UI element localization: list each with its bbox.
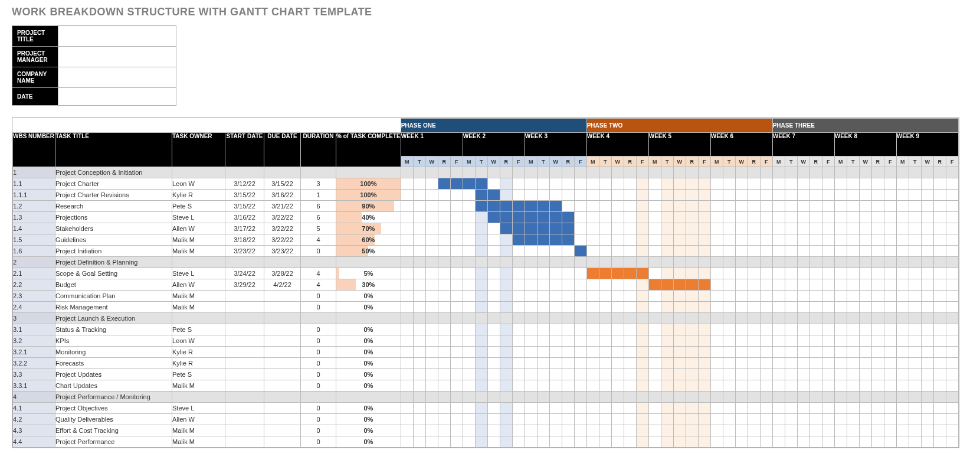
gantt-cell[interactable] [809,178,822,190]
gantt-cell[interactable] [425,358,438,369]
gantt-cell[interactable] [797,380,809,392]
gantt-cell[interactable] [785,167,797,178]
gantt-cell[interactable] [487,313,500,324]
gantt-cell[interactable] [797,425,809,436]
cell-owner[interactable]: Allen W [172,279,225,291]
gantt-cell[interactable] [896,291,909,302]
gantt-cell[interactable] [413,380,425,392]
gantt-cell[interactable] [500,257,512,268]
gantt-cell[interactable] [500,313,512,324]
gantt-cell[interactable] [686,324,698,335]
gantt-cell[interactable] [537,335,549,347]
gantt-cell[interactable] [525,257,537,268]
gantt-cell[interactable] [586,425,599,436]
gantt-cell[interactable] [735,223,748,234]
gantt-cell[interactable] [909,268,921,279]
gantt-cell[interactable] [748,324,760,335]
gantt-cell[interactable] [748,167,760,178]
gantt-cell[interactable] [611,313,624,324]
cell-wbs[interactable]: 4 [13,392,55,403]
gantt-cell[interactable] [698,369,710,380]
gantt-cell[interactable] [648,335,661,347]
gantt-cell[interactable] [847,201,859,212]
gantt-cell[interactable] [487,201,500,212]
gantt-cell[interactable] [834,302,847,313]
gantt-cell[interactable] [933,380,946,392]
cell-wbs[interactable]: 4.1 [13,403,55,414]
gantt-cell[interactable] [624,190,636,201]
cell-pct[interactable] [336,167,401,178]
gantt-cell[interactable] [698,335,710,347]
gantt-cell[interactable] [946,347,958,358]
gantt-cell[interactable] [822,279,834,291]
gantt-cell[interactable] [884,190,896,201]
gantt-cell[interactable] [896,313,909,324]
gantt-cell[interactable] [425,178,438,190]
gantt-cell[interactable] [909,279,921,291]
cell-duration[interactable]: 0 [301,369,336,380]
gantt-cell[interactable] [648,347,661,358]
gantt-cell[interactable] [748,392,760,403]
gantt-cell[interactable] [748,335,760,347]
gantt-cell[interactable] [500,324,512,335]
cell-owner[interactable]: Steve L [172,268,225,279]
gantt-cell[interactable] [463,190,475,201]
gantt-cell[interactable] [450,347,463,358]
gantt-cell[interactable] [413,234,425,246]
gantt-cell[interactable] [698,257,710,268]
gantt-cell[interactable] [661,436,673,448]
gantt-cell[interactable] [946,212,958,223]
gantt-cell[interactable] [809,167,822,178]
gantt-cell[interactable] [525,167,537,178]
gantt-cell[interactable] [661,291,673,302]
cell-pct[interactable]: 0% [336,291,401,302]
cell-pct[interactable]: 100% [336,190,401,201]
cell-duration[interactable]: 1 [301,190,336,201]
gantt-cell[interactable] [909,324,921,335]
gantt-cell[interactable] [574,335,586,347]
gantt-cell[interactable] [624,234,636,246]
cell-due[interactable]: 3/22/22 [264,223,301,234]
gantt-cell[interactable] [723,403,735,414]
gantt-cell[interactable] [586,369,599,380]
gantt-cell[interactable] [785,291,797,302]
gantt-cell[interactable] [549,380,562,392]
gantt-cell[interactable] [785,425,797,436]
gantt-cell[interactable] [760,369,772,380]
gantt-cell[interactable] [735,234,748,246]
cell-start[interactable]: 3/29/22 [225,279,264,291]
cell-title[interactable]: Project Objectives [55,403,172,414]
gantt-cell[interactable] [450,291,463,302]
gantt-cell[interactable] [574,201,586,212]
gantt-cell[interactable] [859,335,871,347]
gantt-cell[interactable] [785,190,797,201]
gantt-cell[interactable] [760,313,772,324]
gantt-cell[interactable] [661,302,673,313]
gantt-cell[interactable] [797,313,809,324]
gantt-cell[interactable] [946,436,958,448]
gantt-cell[interactable] [401,212,413,223]
gantt-cell[interactable] [599,436,611,448]
gantt-cell[interactable] [512,234,525,246]
gantt-cell[interactable] [537,369,549,380]
gantt-cell[interactable] [648,268,661,279]
gantt-cell[interactable] [450,403,463,414]
gantt-cell[interactable] [834,257,847,268]
cell-wbs[interactable]: 2.1 [13,268,55,279]
gantt-cell[interactable] [413,257,425,268]
gantt-cell[interactable] [549,358,562,369]
gantt-cell[interactable] [636,178,648,190]
gantt-cell[interactable] [636,313,648,324]
gantt-cell[interactable] [425,347,438,358]
gantt-cell[interactable] [785,201,797,212]
gantt-cell[interactable] [909,425,921,436]
cell-owner[interactable]: Malik M [172,302,225,313]
gantt-cell[interactable] [710,246,723,257]
gantt-cell[interactable] [772,246,785,257]
gantt-cell[interactable] [710,313,723,324]
gantt-cell[interactable] [525,291,537,302]
gantt-cell[interactable] [463,414,475,425]
gantt-cell[interactable] [661,279,673,291]
gantt-cell[interactable] [834,358,847,369]
gantt-cell[interactable] [809,190,822,201]
